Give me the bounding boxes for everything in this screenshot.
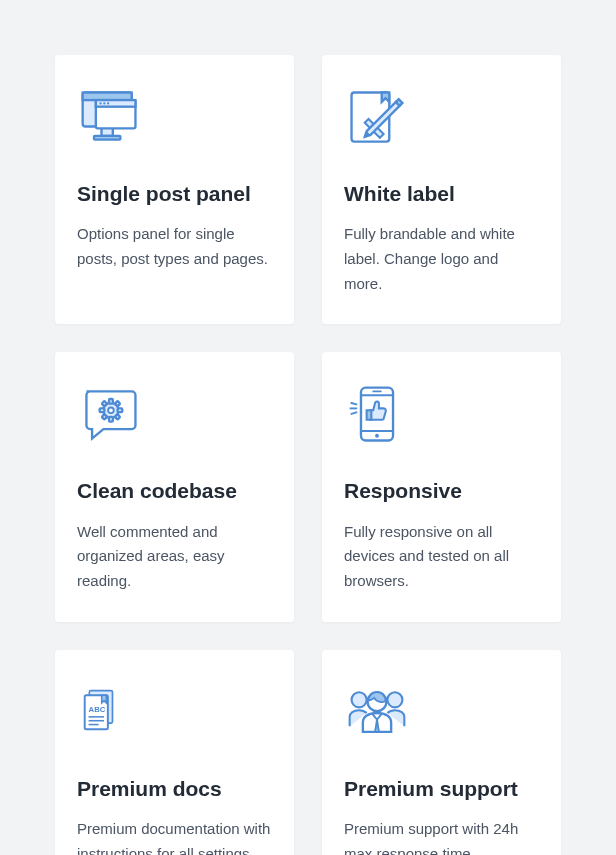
feature-card-premium-docs: ABC Premium docs Premium documentation w… [55, 650, 294, 855]
pencil-paper-icon [344, 83, 539, 153]
feature-card-single-post-panel: Single post panel Options panel for sing… [55, 55, 294, 324]
feature-title: Premium support [344, 776, 539, 801]
svg-rect-12 [109, 399, 113, 404]
feature-card-clean-codebase: Clean codebase Well commented and organi… [55, 352, 294, 621]
feature-title: Clean codebase [77, 478, 272, 503]
feature-card-responsive: Responsive Fully responsive on all devic… [322, 352, 561, 621]
phone-thumbsup-icon [344, 380, 539, 450]
feature-card-white-label: White label Fully brandable and white la… [322, 55, 561, 324]
svg-rect-15 [118, 409, 123, 413]
svg-rect-13 [109, 417, 113, 422]
svg-text:ABC: ABC [89, 705, 106, 714]
svg-line-28 [351, 413, 358, 415]
svg-point-7 [103, 102, 105, 104]
feature-title: Premium docs [77, 776, 272, 801]
feature-description: Fully brandable and white label. Change … [344, 222, 539, 296]
svg-rect-24 [372, 391, 381, 393]
feature-description: Well commented and organized areas, easy… [77, 520, 272, 594]
svg-rect-5 [96, 100, 136, 107]
svg-point-8 [107, 102, 109, 104]
svg-rect-16 [102, 401, 107, 406]
svg-point-36 [387, 692, 402, 707]
svg-rect-14 [100, 409, 105, 413]
svg-line-27 [351, 403, 358, 405]
svg-rect-17 [115, 401, 120, 406]
feature-card-premium-support: Premium support Premium support with 24h… [322, 650, 561, 855]
feature-title: Responsive [344, 478, 539, 503]
computer-panel-icon [77, 83, 272, 153]
feature-description: Fully responsive on all devices and test… [344, 520, 539, 594]
svg-rect-25 [367, 411, 372, 420]
feature-description: Options panel for single posts, post typ… [77, 222, 272, 272]
feature-description: Premium documentation with instructions … [77, 817, 272, 855]
feature-title: Single post panel [77, 181, 272, 206]
svg-point-6 [99, 102, 101, 104]
documents-abc-icon: ABC [77, 678, 272, 748]
svg-point-23 [375, 434, 379, 438]
svg-rect-3 [94, 136, 120, 140]
feature-description: Premium support with 24h max response ti… [344, 817, 539, 855]
team-people-icon [344, 678, 539, 748]
svg-rect-19 [115, 415, 120, 420]
svg-rect-18 [102, 415, 107, 420]
svg-point-35 [352, 692, 367, 707]
features-grid: Single post panel Options panel for sing… [55, 55, 561, 855]
svg-point-11 [108, 408, 114, 414]
chat-gear-icon [77, 380, 272, 450]
feature-title: White label [344, 181, 539, 206]
